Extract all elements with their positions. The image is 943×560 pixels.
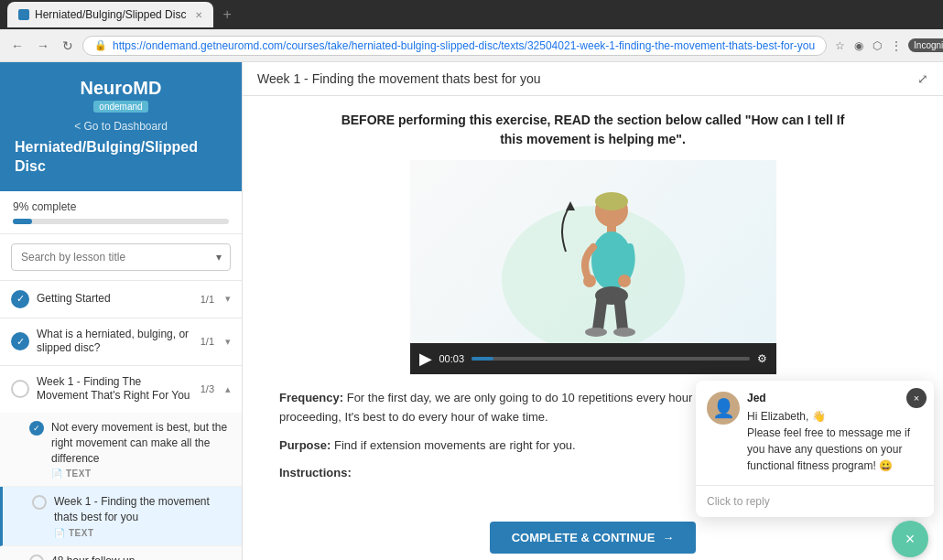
tab-title: Herniated/Bulging/Slipped Disc [35,8,186,21]
forward-button[interactable]: → [33,37,53,55]
search-input[interactable] [11,243,231,271]
item-title-48hr: 48 hour follow up [51,554,135,560]
section-header-week1[interactable]: Week 1 - Finding The Movement That's Rig… [0,366,242,413]
week1-lesson-items: ✓ Not every movement is best, but the ri… [0,413,242,560]
lesson-list: ✓ Getting Started 1/1 ▾ ✓ What is a hern… [0,281,242,560]
purpose-text: Find if extension movements are right fo… [334,438,576,452]
incognito-badge: Incognito [908,38,943,52]
tab-close-button[interactable]: ✕ [195,10,202,20]
item-empty-week1-finding [32,495,47,510]
play-button[interactable]: ▶ [419,349,432,369]
back-button[interactable]: ← [7,37,27,55]
item-type-label-week1-finding: TEXT [69,528,94,538]
video-time: 00:03 [439,353,465,364]
tab-bar: Herniated/Bulging/Slipped Disc ✕ + [0,0,943,29]
video-section: ▶ 00:03 ⚙ [279,160,906,374]
chat-fab-button[interactable]: × [892,521,928,557]
svg-point-9 [585,328,607,337]
section-count-week1: 1/3 [201,383,214,394]
list-item[interactable]: ✓ Not every movement is best, but the ri… [0,413,242,487]
check-icon-herniated: ✓ [11,332,29,350]
section-getting-started: ✓ Getting Started 1/1 ▾ [0,281,242,318]
chat-avatar: 👤 [707,392,740,425]
progress-label: 9% complete [13,200,229,213]
logo-text: NeuroMD [81,77,162,99]
chat-reply-input[interactable]: Click to reply [696,485,934,517]
check-icon-getting-started: ✓ [11,290,29,308]
chat-bubble: Jed Hi Elizabeth, 👋 Please feel free to … [747,392,923,474]
video-settings-button[interactable]: ⚙ [757,352,767,365]
settings-icon[interactable]: ⋮ [888,38,905,54]
exercise-figure-svg [410,160,776,343]
item-week1-finding-wrapper: Week 1 - Finding the movement thats best… [32,494,231,538]
item-empty-48hr [29,555,44,560]
chat-message: Please feel free to message me if you ha… [747,425,923,474]
complete-btn-label: COMPLETE & CONTINUE [512,531,656,544]
bookmark-icon[interactable]: ☆ [832,38,848,54]
chat-agent-name: Jed [747,392,923,404]
content-header-title: Week 1 - Finding the movement thats best… [257,71,540,86]
address-bar[interactable]: 🔒 https://ondemand.getneuromd.com/course… [82,36,827,56]
chat-close-button[interactable]: × [906,388,927,408]
progress-section: 9% complete [0,191,242,234]
sidebar: NeuroMD ondemand < Go to Dashboard Herni… [0,62,243,560]
purpose-label: Purpose: [279,438,331,452]
chat-message-row: 👤 Jed Hi Elizabeth, 👋 Please feel free t… [707,392,923,474]
progress-bar-fill [13,219,32,224]
section-title-herniated: What is a herniated, bulging, or slipped… [37,328,193,356]
item-title-week1-finding: Week 1 - Finding the movement thats best… [54,494,231,525]
expand-button[interactable]: ⤢ [917,71,928,86]
browser-nav-icons: ☆ ◉ ⬡ ⋮ Incognito [832,38,943,54]
video-progress-fill [472,357,493,361]
list-item[interactable]: 48 hour follow up 🎬 MULTIMEDIA [0,546,242,560]
new-tab-button[interactable]: + [217,6,236,23]
section-header-getting-started[interactable]: ✓ Getting Started 1/1 ▾ [0,281,242,318]
profile-icon[interactable]: ◉ [851,38,866,54]
complete-continue-button[interactable]: COMPLETE & CONTINUE → [490,522,697,554]
item-type-label-not-every: TEXT [66,468,92,479]
search-dropdown-wrapper [11,243,231,271]
logo: NeuroMD ondemand [81,77,162,113]
exercise-image [410,160,776,343]
dashboard-link[interactable]: < Go to Dashboard [74,120,168,133]
logo-badge: ondemand [93,101,147,113]
section-count-herniated: 1/1 [201,336,214,347]
browser-chrome: Herniated/Bulging/Slipped Disc ✕ + ← → ↻… [0,0,943,62]
url-display: https://ondemand.getneuromd.com/courses/… [113,39,815,52]
item-48hr-wrapper: 48 hour follow up 🎬 MULTIMEDIA [29,554,231,560]
svg-point-6 [583,275,596,287]
item-content-not-every: Not every movement is best, but the righ… [51,420,231,479]
active-tab[interactable]: Herniated/Bulging/Slipped Disc ✕ [7,2,213,27]
item-type-not-every: 📄 TEXT [51,468,231,479]
main-content: Week 1 - Finding the movement thats best… [243,62,943,560]
app-container: NeuroMD ondemand < Go to Dashboard Herni… [0,62,943,560]
svg-point-7 [618,275,631,287]
section-header-herniated[interactable]: ✓ What is a herniated, bulging, or slipp… [0,318,242,365]
svg-point-10 [613,328,635,337]
headline-text-line1: BEFORE performing this exercise, READ th… [341,113,845,127]
text-icon-week1-finding: 📄 [54,528,65,538]
item-content-48hr: 48 hour follow up 🎬 MULTIMEDIA [51,554,135,560]
section-week1: Week 1 - Finding The Movement That's Rig… [0,366,242,560]
video-progress-bar[interactable] [472,357,749,361]
item-type-week1-finding: 📄 TEXT [54,528,231,538]
extensions-icon[interactable]: ⬡ [870,38,884,54]
item-title-not-every: Not every movement is best, but the righ… [51,420,231,466]
svg-point-3 [595,192,628,210]
video-controls: ▶ 00:03 ⚙ [410,343,776,374]
chevron-week1: ▴ [225,383,231,395]
chat-message-area: 👤 Jed Hi Elizabeth, 👋 Please feel free t… [696,381,934,485]
section-count-getting-started: 1/1 [201,294,214,305]
list-item[interactable]: Week 1 - Finding the movement thats best… [0,487,242,546]
nav-bar: ← → ↻ 🔒 https://ondemand.getneuromd.com/… [0,29,943,62]
section-what-is-herniated: ✓ What is a herniated, bulging, or slipp… [0,318,242,366]
svg-marker-1 [566,201,575,210]
frequency-label: Frequency: [279,391,343,404]
chat-greeting: Hi Elizabeth, 👋 [747,408,923,425]
chat-widget: 👤 Jed Hi Elizabeth, 👋 Please feel free t… [696,381,934,517]
exercise-headline: BEFORE performing this exercise, READ th… [279,111,906,149]
content-header: Week 1 - Finding the movement thats best… [243,62,943,96]
course-title: Herniated/Bulging/Slipped Disc [15,138,227,177]
reload-button[interactable]: ↻ [59,37,77,55]
tab-icon [18,9,29,20]
